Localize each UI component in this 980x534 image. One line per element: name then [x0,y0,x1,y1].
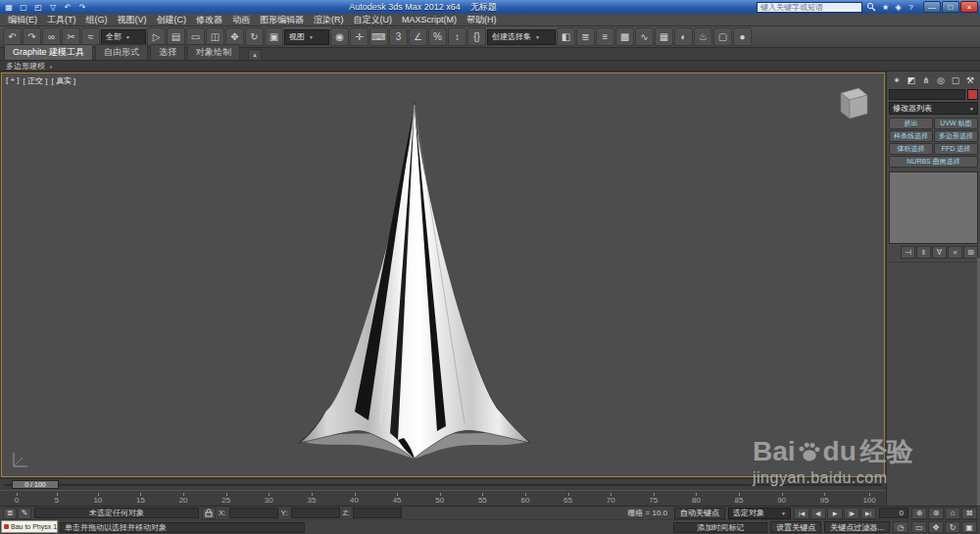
modifier-button[interactable]: 多边形选择 [934,130,978,142]
pan-icon[interactable]: ✥ [928,521,944,533]
zoom-extents-icon[interactable]: ⌂ [945,508,960,519]
named-selection-sets-dropdown[interactable]: 创建选择集 [487,29,556,45]
modify-tab[interactable]: ◩ [905,73,918,86]
motion-tab[interactable]: ◎ [934,73,948,86]
auto-key-button[interactable]: 自动关键点 [674,508,725,519]
previous-frame-button[interactable]: ◀| [810,508,826,519]
save-file-icon[interactable]: ▽ [46,1,60,13]
pin-stack-button[interactable]: ⊣ [901,246,915,259]
play-button[interactable]: ▶ [827,508,843,519]
application-button[interactable]: ▦ [2,1,16,13]
time-configuration-button[interactable]: ◷ [893,521,908,533]
mirror-icon[interactable]: ◧ [557,27,575,46]
viewport-label-item[interactable]: [ + ] [6,75,20,86]
infocenter-search-input[interactable] [757,2,862,13]
redo-quick-icon[interactable]: ↷ [75,1,89,13]
utilities-tab[interactable]: ⚒ [963,73,977,86]
track-bar[interactable]: 0510152025303540455055606570758085909510… [0,490,886,506]
modifier-button[interactable]: 挤出 [889,118,933,129]
render-production-icon[interactable]: ● [733,27,752,46]
minimize-button[interactable]: — [923,1,941,13]
remove-modifier-button[interactable]: × [948,246,962,259]
maxscript-mini-listener-icon[interactable]: ≣ [3,508,17,519]
selection-filter-dropdown[interactable]: 全部 [101,29,146,45]
set-key-button[interactable]: 设置关键点 [770,521,821,533]
next-frame-button[interactable]: |▶ [844,508,859,519]
add-time-tag-button[interactable]: 添加时间标记 [673,522,767,533]
menu-item[interactable]: 视图(V) [113,14,152,26]
key-filters-button[interactable]: 关键点过滤器... [824,521,890,533]
menu-item[interactable]: 动画 [227,14,255,26]
make-unique-button[interactable]: ∀ [932,246,947,259]
viewport[interactable]: [ + ][ 正交 ][ 真实 ] [1,73,885,477]
open-file-icon[interactable]: ◰ [31,1,45,13]
modifier-button[interactable]: 体积选择 [889,143,933,155]
snaps-toggle-icon[interactable]: 3 [389,27,408,46]
menu-item[interactable]: 渲染(R) [309,14,349,26]
curve-editor-icon[interactable]: ∿ [635,27,654,46]
plugin-mini-window[interactable]: Bau to Physx 1 [1,520,58,533]
new-scene-icon[interactable]: ▢ [17,1,30,13]
object-name-field[interactable] [889,89,965,100]
close-button[interactable]: × [960,1,978,13]
reference-coordinate-dropdown[interactable]: 视图 [284,29,329,45]
x-coordinate-field[interactable] [229,508,278,518]
go-to-end-button[interactable]: ▶| [860,508,876,519]
modifier-list-dropdown[interactable]: 修改器列表 [889,102,978,115]
ribbon-collapse-button[interactable]: ▴ [248,49,262,60]
zoom-extents-all-icon[interactable]: ⊠ [961,508,977,519]
angle-snap-icon[interactable]: ∠ [409,27,427,46]
percent-snap-icon[interactable]: % [428,27,447,46]
object-color-swatch[interactable] [967,89,978,100]
menu-item[interactable]: MAXScript(M) [397,15,462,24]
viewcube[interactable] [831,85,870,124]
menu-item[interactable]: 工具(T) [42,14,81,26]
maximize-viewport-toggle-icon[interactable]: ▣ [961,521,977,533]
zoom-icon[interactable]: ⊕ [911,508,927,519]
help-icon[interactable]: ? [905,1,917,13]
undo-quick-icon[interactable]: ↶ [61,1,74,13]
configure-modifier-sets-button[interactable]: ⊞ [963,246,978,259]
menu-item[interactable]: 自定义(U) [349,14,398,26]
select-and-manipulate-icon[interactable]: ✛ [350,27,368,46]
ribbon-tab[interactable]: 自由形式 [95,44,148,60]
viewport-label-item[interactable]: [ 正交 ] [24,75,48,86]
keyboard-override-icon[interactable]: ⌨ [369,27,388,46]
selection-lock-toggle[interactable] [202,508,216,519]
use-pivot-center-icon[interactable]: ◉ [330,27,349,46]
ribbon-tab[interactable]: Graphite 建模工具 [4,44,93,60]
spinner-snap-icon[interactable]: ↕ [448,27,466,46]
menu-item[interactable]: 修改器 [191,14,227,26]
hierarchy-tab[interactable]: ⋔ [919,73,933,86]
ribbon-tab[interactable]: 对象绘制 [187,44,240,60]
render-setup-icon[interactable]: ♨ [694,27,712,46]
go-to-start-button[interactable]: |◀ [794,508,809,519]
create-tab[interactable]: ✶ [890,73,904,86]
zoom-region-icon[interactable]: ▭ [911,521,927,533]
time-slider[interactable]: 0 / 100 [0,478,886,490]
align-icon[interactable]: ≣ [576,27,595,46]
menu-item[interactable]: 组(G) [81,14,113,26]
time-slider-handle[interactable]: 0 / 100 [12,480,59,489]
layer-manager-icon[interactable]: ≡ [596,27,614,46]
ribbon-panel-title[interactable]: 多边形建模 [6,61,45,72]
schematic-view-icon[interactable]: ▦ [655,27,673,46]
select-and-scale-icon[interactable]: ▣ [265,27,283,46]
select-and-rotate-icon[interactable]: ↻ [245,27,264,46]
modifier-stack-list[interactable] [889,171,978,244]
menu-item[interactable]: 帮助(H) [462,14,502,26]
favorites-icon[interactable]: ★ [879,1,892,13]
modifier-button[interactable]: FFD 选择 [934,143,978,155]
modifier-button[interactable]: 样条线选择 [889,130,933,142]
cone-model[interactable] [292,99,537,473]
modifier-button[interactable]: NURBS 曲面选择 [889,156,978,168]
viewport-label-item[interactable]: [ 真实 ] [51,75,75,86]
edit-named-sets-icon[interactable]: {} [467,27,486,46]
communication-center-icon[interactable]: ◈ [892,1,905,13]
selection-set-dropdown[interactable]: 选定对象 [728,508,791,519]
zoom-all-icon[interactable]: ⊛ [928,508,944,519]
orbit-icon[interactable]: ↻ [945,521,960,533]
prompt-history-icon[interactable]: ✎ [18,508,31,519]
menu-item[interactable]: 图形编辑器 [255,14,309,26]
graphite-toggle-icon[interactable]: ▩ [615,27,634,46]
